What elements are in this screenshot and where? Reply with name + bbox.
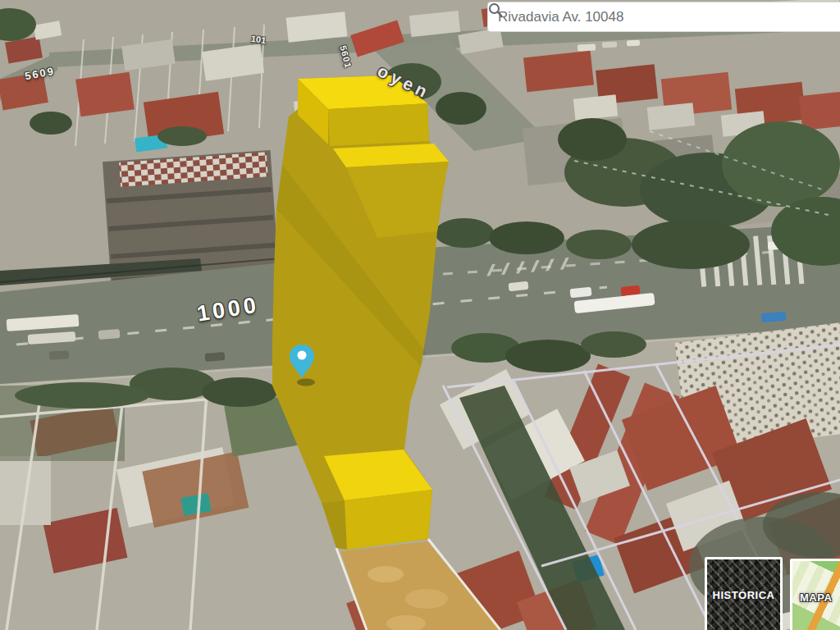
map-viewport[interactable]: 1000 5609 5601 101 oyen HISTÓRICA MAPA: [0, 0, 840, 630]
search-bar: [487, 2, 840, 32]
layer-label-historical: HISTÓRICA: [713, 589, 775, 601]
search-icon: [488, 2, 503, 17]
satellite-3d-view[interactable]: [0, 0, 840, 630]
search-input[interactable]: [496, 8, 836, 26]
layer-label-map: MAPA: [800, 591, 832, 604]
layer-thumbnail-historical[interactable]: HISTÓRICA: [705, 557, 783, 630]
layer-thumbnail-map[interactable]: MAPA: [790, 559, 840, 630]
